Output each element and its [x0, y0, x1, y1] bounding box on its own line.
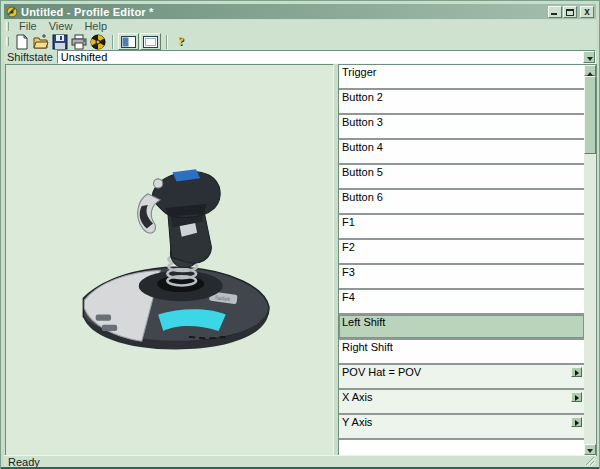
list-item-label: Y Axis — [342, 417, 372, 428]
shiftstate-label: Shiftstate — [4, 51, 57, 63]
list-item-label: F1 — [342, 217, 355, 228]
joystick-image: Saitek — [68, 163, 278, 373]
window-title: Untitled - Profile Editor * — [21, 6, 547, 18]
controls-panel: Trigger Button 2 Button 3 Button 4 Butto… — [338, 64, 597, 456]
print-icon[interactable] — [70, 34, 88, 50]
expand-arrow-icon[interactable] — [571, 392, 582, 402]
list-item[interactable]: POV Hat = POV — [339, 365, 584, 390]
list-item[interactable]: Left Shift — [339, 315, 584, 340]
main-area: Saitek — [5, 64, 597, 456]
help-icon[interactable]: ? — [172, 34, 190, 50]
list-item-label: F2 — [342, 242, 355, 253]
open-folder-icon[interactable] — [32, 34, 50, 50]
minimize-icon — [551, 13, 557, 15]
list-item[interactable]: Button 5 — [339, 165, 584, 190]
profile-editor-window: Untitled - Profile Editor * x File View … — [0, 0, 600, 469]
list-item[interactable]: Button 3 — [339, 115, 584, 140]
toolbar-separator — [112, 35, 114, 49]
shiftstate-bar: Shiftstate Unshifted — [4, 50, 596, 64]
view-split-icon — [121, 36, 136, 48]
list-item-label: Right Shift — [342, 342, 393, 353]
list-item-label: Button 4 — [342, 142, 383, 153]
shiftstate-combobox[interactable]: Unshifted — [57, 50, 596, 64]
list-item-label: Button 5 — [342, 167, 383, 178]
list-item-label: X Axis — [342, 392, 373, 403]
list-item[interactable]: Y Axis — [339, 415, 584, 440]
shiftstate-value: Unshifted — [61, 51, 107, 64]
scroll-up-icon[interactable] — [584, 65, 596, 76]
list-item[interactable]: F4 — [339, 290, 584, 315]
menu-grip[interactable] — [6, 22, 9, 31]
list-item[interactable]: Trigger — [339, 65, 584, 90]
maximize-icon — [566, 9, 574, 16]
list-item[interactable]: F1 — [339, 215, 584, 240]
resize-grip-icon[interactable] — [584, 455, 595, 466]
profile-icon[interactable] — [89, 34, 107, 50]
maximize-button[interactable] — [563, 6, 577, 18]
expand-arrow-icon[interactable] — [571, 367, 582, 377]
device-preview-panel: Saitek — [5, 64, 334, 456]
new-document-icon[interactable] — [13, 34, 31, 50]
close-button[interactable]: x — [580, 6, 594, 18]
toolbar-separator — [166, 35, 168, 49]
device-list: Trigger Button 2 Button 3 Button 4 Butto… — [339, 65, 584, 455]
list-item[interactable]: F2 — [339, 240, 584, 265]
minimize-button[interactable] — [548, 6, 562, 18]
list-item-label: F4 — [342, 292, 355, 303]
menu-file[interactable]: File — [13, 20, 43, 33]
menu-view[interactable]: View — [43, 20, 79, 33]
scroll-down-icon[interactable] — [584, 444, 596, 455]
expand-arrow-icon[interactable] — [571, 417, 582, 427]
list-item-label: Left Shift — [342, 317, 385, 328]
list-item-label: POV Hat = POV — [342, 367, 421, 378]
save-icon[interactable] — [51, 34, 69, 50]
list-item-label: Trigger — [342, 67, 376, 78]
view-split-button[interactable] — [118, 33, 139, 50]
toolbar: ? — [4, 33, 596, 50]
list-item[interactable]: Button 2 — [339, 90, 584, 115]
list-item[interactable]: X Axis — [339, 390, 584, 415]
app-icon — [6, 6, 18, 18]
view-single-button[interactable] — [140, 33, 161, 50]
list-item[interactable]: Button 6 — [339, 190, 584, 215]
menu-bar: File View Help — [4, 20, 596, 33]
list-item[interactable]: Button 4 — [339, 140, 584, 165]
vertical-scrollbar[interactable] — [584, 65, 596, 455]
scrollbar-thumb[interactable] — [584, 76, 596, 154]
list-item-label: Button 2 — [342, 92, 383, 103]
list-item-label: F3 — [342, 267, 355, 278]
list-item-label: Button 6 — [342, 192, 383, 203]
title-bar[interactable]: Untitled - Profile Editor * x — [4, 4, 596, 19]
chevron-down-icon[interactable] — [583, 51, 595, 63]
list-item[interactable]: F3 — [339, 265, 584, 290]
list-item-label: Button 3 — [342, 117, 383, 128]
close-icon: x — [581, 6, 593, 17]
list-item[interactable]: Right Shift — [339, 340, 584, 365]
toolbar-grip[interactable] — [6, 37, 9, 46]
menu-help[interactable]: Help — [78, 20, 113, 33]
view-single-icon — [143, 36, 158, 48]
status-bar: Ready — [4, 455, 596, 467]
